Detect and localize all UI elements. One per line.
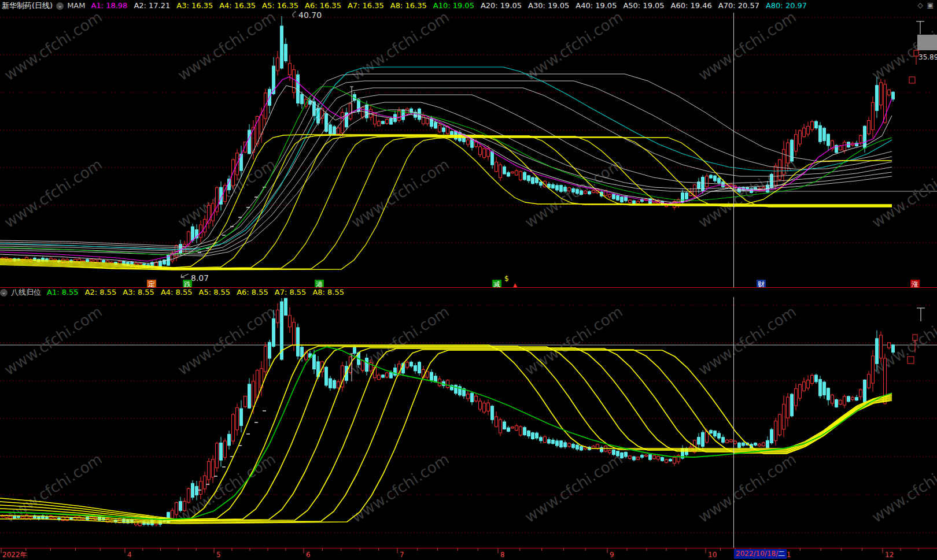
svg-text:www.cfchi.com: www.cfchi.com (695, 12, 799, 84)
svg-text:www.cfchi.com: www.cfchi.com (1, 12, 105, 84)
svg-text:www.cfchi.com: www.cfchi.com (348, 450, 452, 526)
axis-label-2022年: 2022年 (2, 551, 27, 559)
axis-label-4: 4 (127, 551, 132, 559)
mam-value-A7: A7: 16.35 (348, 1, 384, 10)
svg-text:40.70: 40.70 (298, 12, 322, 20)
baxian-value-A7: A7: 8.55 (275, 288, 307, 296)
crosshair-vertical-line[interactable] (733, 13, 734, 548)
svg-text:www.cfchi.com: www.cfchi.com (522, 12, 626, 84)
svg-text:www.cfchi.com: www.cfchi.com (348, 12, 452, 84)
main-indicator-name[interactable]: MAM (67, 1, 85, 10)
svg-text:www.cfchi.com: www.cfchi.com (522, 450, 626, 526)
crosshair-date-text: 2022/10/18/ (736, 550, 778, 558)
axis-label-12: 12 (885, 551, 894, 559)
sub-chart-panel[interactable]: www.cfchi.comwww.cfchi.comwww.cfchi.comw… (0, 297, 937, 548)
panel-layout-icon[interactable]: ▣ (927, 1, 934, 9)
mam-value-A2: A2: 17.21 (134, 1, 170, 10)
baxian-value-A1: A1: 8.55 (47, 288, 79, 296)
mam-value-A8: A8: 16.35 (390, 1, 427, 10)
stock-title: 新华制药(日线) (2, 1, 53, 10)
svg-text:www.cfchi.com: www.cfchi.com (1, 303, 105, 379)
mam-value-A1: A1: 18.98 (91, 1, 127, 10)
sub-chart-header: ⌄八线归位A1: 8.55A2: 8.55A3: 8.55A4: 8.55A5:… (0, 287, 937, 297)
crosshair-weekday-text: 二 (778, 550, 785, 558)
mam-value-A4: A4: 16.35 (219, 1, 256, 10)
svg-text:www.cfchi.com: www.cfchi.com (695, 450, 799, 526)
svg-text:www.cfchi.com: www.cfchi.com (869, 450, 937, 526)
main-indicator-values: A1: 18.98A2: 17.21A3: 16.35A4: 16.35A5: … (91, 1, 813, 10)
time-axis[interactable]: 2022年456789101112 (0, 548, 937, 560)
axis-label-9: 9 (610, 551, 614, 559)
sub-indicator-name[interactable]: 八线归位 (11, 288, 41, 296)
sub-indicator-values: A1: 8.55A2: 8.55A3: 8.55A4: 8.55A5: 8.55… (47, 288, 351, 296)
crosshair-date-label: 2022/10/18/二 (734, 549, 787, 559)
mam-value-A5: A5: 16.35 (262, 1, 298, 10)
chevron-down-icon[interactable]: ⌄ (0, 289, 8, 296)
svg-text:www.cfchi.com: www.cfchi.com (695, 303, 799, 379)
svg-text:www.cfchi.com: www.cfchi.com (1, 155, 105, 231)
svg-text:www.cfchi.com: www.cfchi.com (869, 155, 937, 231)
baxian-value-A3: A3: 8.55 (123, 288, 154, 296)
baxian-value-A8: A8: 8.55 (312, 288, 344, 296)
mam-value-A20: A20: 19.05 (481, 1, 522, 10)
mam-value-A3: A3: 16.35 (176, 1, 213, 10)
axis-label-10: 10 (708, 551, 717, 559)
mam-value-A70: A70: 20.57 (718, 1, 759, 10)
mam-value-A40: A40: 19.05 (576, 1, 617, 10)
svg-text:www.cfchi.com: www.cfchi.com (348, 155, 452, 231)
mam-value-A80: A80: 20.97 (766, 1, 807, 10)
svg-text:www.cfchi.com: www.cfchi.com (175, 450, 279, 526)
mam-value-A10: A10: 19.05 (433, 1, 474, 10)
svg-text:8.07: 8.07 (191, 273, 209, 283)
axis-label-5: 5 (216, 551, 221, 559)
svg-text:www.cfchi.com: www.cfchi.com (175, 12, 279, 84)
chevron-down-icon[interactable]: ⌄ (56, 2, 64, 10)
baxian-value-A6: A6: 8.55 (237, 288, 268, 296)
svg-text:www.cfchi.com: www.cfchi.com (869, 303, 937, 379)
svg-text:35.89: 35.89 (918, 53, 937, 61)
main-chart-panel[interactable]: www.cfchi.comwww.cfchi.comwww.cfchi.comw… (0, 12, 937, 287)
baxian-value-A4: A4: 8.55 (161, 288, 193, 296)
mam-value-A50: A50: 19.05 (623, 1, 664, 10)
svg-text:www.cfchi.com: www.cfchi.com (522, 155, 626, 231)
event-marker-$: $ (504, 275, 509, 282)
axis-label-6: 6 (306, 551, 311, 559)
header-toolbar: ◇▣ (913, 0, 934, 11)
diamond-icon[interactable]: ◇ (917, 1, 923, 9)
stock-chart-window: 新华制药(日线)⌄MAMA1: 18.98A2: 17.21A3: 16.35A… (0, 0, 937, 560)
main-chart-header: 新华制药(日线)⌄MAMA1: 18.98A2: 17.21A3: 16.35A… (0, 0, 937, 11)
axis-label-8: 8 (500, 551, 505, 559)
svg-text:www.cfchi.com: www.cfchi.com (175, 303, 279, 379)
baxian-value-A2: A2: 8.55 (85, 288, 117, 296)
svg-text:www.cfchi.com: www.cfchi.com (1, 450, 105, 526)
mam-value-A6: A6: 16.35 (305, 1, 341, 10)
axis-label-7: 7 (400, 551, 404, 559)
mam-value-A30: A30: 19.05 (528, 1, 569, 10)
mam-value-A60: A60: 19.46 (671, 1, 712, 10)
baxian-value-A5: A5: 8.55 (199, 288, 231, 296)
